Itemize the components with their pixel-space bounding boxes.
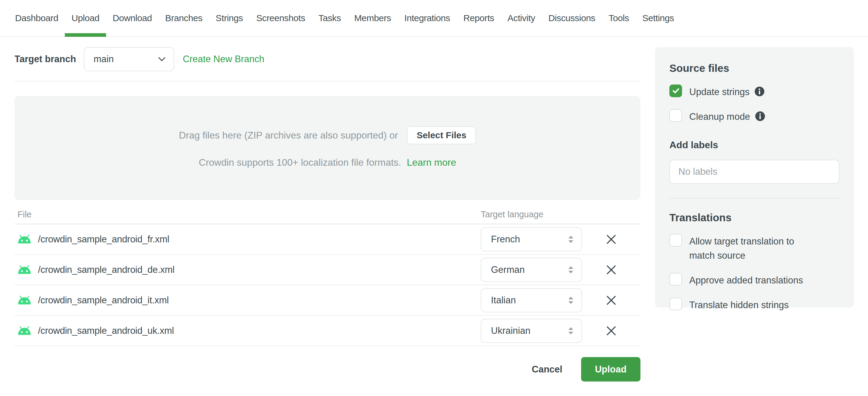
android-file-icon bbox=[18, 234, 31, 244]
android-file-icon bbox=[18, 326, 31, 336]
target-language-select[interactable]: Ukrainian bbox=[481, 319, 582, 343]
android-file-icon bbox=[18, 295, 31, 305]
target-language-select[interactable]: French bbox=[481, 227, 582, 251]
close-icon bbox=[606, 234, 617, 245]
tab-members[interactable]: Members bbox=[347, 0, 398, 36]
upload-main-panel: Target branch main Create New Branch Dra… bbox=[14, 37, 641, 381]
select-files-button[interactable]: Select Files bbox=[407, 126, 476, 144]
file-dropzone[interactable]: Drag files here (ZIP archives are also s… bbox=[14, 96, 641, 200]
tab-tools[interactable]: Tools bbox=[602, 0, 636, 36]
allow-match-source-checkbox[interactable] bbox=[670, 234, 682, 247]
target-branch-value: main bbox=[93, 54, 158, 64]
target-branch-label: Target branch bbox=[14, 54, 76, 64]
update-strings-checkbox[interactable] bbox=[670, 85, 682, 97]
table-header: File Target language bbox=[14, 205, 641, 224]
remove-file-button[interactable] bbox=[601, 291, 621, 310]
tab-strings[interactable]: Strings bbox=[209, 0, 250, 36]
select-arrows-icon bbox=[567, 296, 574, 305]
uploaded-files-table: File Target language /crowdin_sample_and… bbox=[14, 205, 641, 346]
translate-hidden-checkbox[interactable] bbox=[670, 298, 682, 310]
approve-added-option: Approve added translations bbox=[670, 273, 839, 287]
tab-discussions[interactable]: Discussions bbox=[542, 0, 602, 36]
update-strings-option: Update strings bbox=[670, 85, 839, 99]
cancel-button[interactable]: Cancel bbox=[532, 364, 562, 375]
column-header-file: File bbox=[14, 209, 481, 220]
translate-hidden-label: Translate hidden strings bbox=[689, 298, 789, 312]
target-language-value: Italian bbox=[491, 295, 567, 306]
formats-text: Crowdin supports 100+ localization file … bbox=[199, 157, 401, 168]
learn-more-link[interactable]: Learn more bbox=[407, 157, 456, 168]
close-icon bbox=[606, 264, 617, 275]
tab-dashboard[interactable]: Dashboard bbox=[8, 0, 65, 36]
target-branch-row: Target branch main Create New Branch bbox=[14, 47, 641, 71]
table-row: /crowdin_sample_android_de.xml German bbox=[14, 255, 641, 285]
allow-match-source-label: Allow target translation to match source bbox=[689, 234, 822, 262]
table-row: /crowdin_sample_android_fr.xml French bbox=[14, 224, 641, 255]
translations-title: Translations bbox=[670, 211, 839, 224]
dropzone-instruction: Drag files here (ZIP archives are also s… bbox=[179, 130, 398, 141]
file-cell: /crowdin_sample_android_it.xml bbox=[14, 295, 481, 306]
tab-screenshots[interactable]: Screenshots bbox=[250, 0, 312, 36]
project-tab-bar: Dashboard Upload Download Branches Strin… bbox=[0, 0, 868, 37]
add-labels-title: Add labels bbox=[670, 139, 839, 151]
file-cell: /crowdin_sample_android_uk.xml bbox=[14, 326, 481, 336]
allow-match-source-option: Allow target translation to match source bbox=[670, 234, 839, 262]
android-file-icon bbox=[18, 265, 31, 275]
sidebar-divider bbox=[670, 198, 839, 198]
tab-reports[interactable]: Reports bbox=[457, 0, 501, 36]
update-strings-label: Update strings bbox=[689, 85, 749, 99]
target-branch-select[interactable]: main bbox=[84, 47, 174, 71]
target-language-value: German bbox=[491, 264, 567, 275]
close-icon bbox=[606, 326, 617, 336]
column-header-language: Target language bbox=[481, 209, 582, 220]
tab-tasks[interactable]: Tasks bbox=[312, 0, 348, 36]
info-icon[interactable] bbox=[754, 86, 765, 96]
info-icon[interactable] bbox=[755, 111, 765, 121]
remove-file-button[interactable] bbox=[601, 321, 621, 340]
select-arrows-icon bbox=[567, 326, 574, 335]
tab-settings[interactable]: Settings bbox=[636, 0, 681, 36]
remove-file-button[interactable] bbox=[601, 260, 621, 280]
close-icon bbox=[606, 295, 617, 306]
source-files-title: Source files bbox=[670, 62, 839, 74]
target-language-select[interactable]: German bbox=[481, 258, 582, 282]
file-cell: /crowdin_sample_android_de.xml bbox=[14, 264, 481, 275]
approve-added-checkbox[interactable] bbox=[670, 273, 682, 285]
select-arrows-icon bbox=[567, 235, 574, 244]
formats-note: Crowdin supports 100+ localization file … bbox=[199, 157, 456, 168]
section-divider bbox=[14, 81, 641, 82]
upload-options-panel: Source files Update strings Cleanup mode… bbox=[655, 47, 854, 308]
cleanup-mode-checkbox[interactable] bbox=[670, 109, 682, 122]
tab-download[interactable]: Download bbox=[106, 0, 158, 36]
create-new-branch-link[interactable]: Create New Branch bbox=[183, 54, 264, 64]
target-language-value: Ukrainian bbox=[491, 326, 567, 336]
tab-integrations[interactable]: Integrations bbox=[398, 0, 457, 36]
form-actions: Cancel Upload bbox=[14, 357, 641, 381]
tab-activity[interactable]: Activity bbox=[501, 0, 542, 36]
upload-button[interactable]: Upload bbox=[581, 357, 641, 381]
cleanup-mode-label: Cleanup mode bbox=[689, 109, 750, 124]
cleanup-mode-option: Cleanup mode bbox=[670, 109, 839, 124]
chevron-down-icon bbox=[158, 57, 166, 62]
remove-file-button[interactable] bbox=[601, 230, 621, 249]
table-row: /crowdin_sample_android_uk.xml Ukrainian bbox=[14, 316, 641, 346]
labels-input[interactable] bbox=[670, 160, 839, 184]
check-icon bbox=[672, 87, 680, 95]
approve-added-label: Approve added translations bbox=[689, 273, 803, 287]
select-arrows-icon bbox=[567, 265, 574, 274]
file-name: /crowdin_sample_android_uk.xml bbox=[38, 326, 174, 336]
file-name: /crowdin_sample_android_it.xml bbox=[38, 295, 169, 306]
tab-branches[interactable]: Branches bbox=[158, 0, 209, 36]
file-name: /crowdin_sample_android_fr.xml bbox=[38, 234, 169, 245]
translate-hidden-option: Translate hidden strings bbox=[670, 298, 839, 312]
table-row: /crowdin_sample_android_it.xml Italian bbox=[14, 285, 641, 316]
tab-upload[interactable]: Upload bbox=[65, 0, 106, 36]
dropzone-instruction-row: Drag files here (ZIP archives are also s… bbox=[179, 126, 476, 144]
target-language-select[interactable]: Italian bbox=[481, 288, 582, 312]
file-cell: /crowdin_sample_android_fr.xml bbox=[14, 234, 481, 245]
target-language-value: French bbox=[491, 234, 567, 245]
file-name: /crowdin_sample_android_de.xml bbox=[38, 264, 175, 275]
